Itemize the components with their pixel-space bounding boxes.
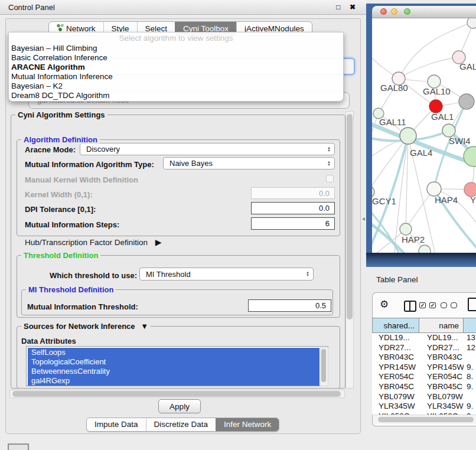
deselect-checkbox-icon[interactable] (441, 302, 447, 308)
spinner-icon: ▲▼ (327, 161, 331, 167)
table-body: YDL19...YDL19...13YDR27...YDR27...12YBR0… (372, 333, 476, 415)
manual-kernel-label: Manual Kernel Width Definition (25, 175, 138, 184)
deselect-checkbox-icon[interactable] (451, 302, 457, 308)
network-node-gal4[interactable] (400, 128, 416, 144)
algorithm-option[interactable]: Basic Correlation Inference (9, 53, 343, 63)
network-node-hap2[interactable] (400, 223, 412, 235)
close-icon[interactable]: ✖ (350, 3, 359, 11)
close-traffic-light[interactable] (380, 8, 387, 15)
select-all-checkbox-icon[interactable]: ✓ (429, 302, 436, 308)
mi-steps-input[interactable]: 6 (251, 217, 335, 230)
tab-label: Discretize Data (154, 420, 208, 429)
panel-divider-grip[interactable] (362, 217, 365, 221)
table-cell: YBL079W (372, 392, 419, 402)
aracne-mode-combo[interactable]: Discovery ▲▼ (80, 143, 335, 155)
manual-kernel-checkbox[interactable] (326, 175, 334, 182)
table-cell: 9. (464, 382, 476, 392)
tab-infer-network[interactable]: Infer Network (216, 418, 279, 431)
mi-threshold-value: 0.5 (315, 301, 326, 310)
network-node[interactable] (459, 94, 474, 109)
mi-threshold-input[interactable]: 0.5 (248, 299, 331, 312)
network-node[interactable] (467, 18, 476, 28)
aracne-mode-label: Aracne Mode: (25, 145, 76, 154)
float-window-icon[interactable]: □ (336, 3, 344, 11)
kernel-width-input[interactable]: 0.0 (251, 187, 335, 199)
table-cell: YBR043C (419, 353, 464, 363)
algorithm-option[interactable]: ARACNE Algorithm (9, 63, 343, 72)
settings-vertical-scrollbar[interactable] (345, 111, 354, 389)
table-row[interactable]: YDL19...YDL19...13 (372, 333, 476, 343)
spinner-icon: ▲▼ (327, 146, 331, 152)
network-node-label: GAL11 (379, 117, 406, 127)
attributes-scrollbar[interactable] (320, 347, 328, 386)
data-attribute-item[interactable]: gal4RGexp (28, 376, 319, 386)
data-attribute-item[interactable]: BetweennessCentrality (28, 367, 319, 376)
bottom-tab-bar: Impute DataDiscretize DataInfer Network (86, 418, 279, 432)
which-threshold-value: MI Threshold (146, 270, 191, 279)
tab-discretize-data[interactable]: Discretize Data (146, 418, 216, 431)
table-cell (464, 392, 476, 402)
tab-impute-data[interactable]: Impute Data (87, 418, 146, 431)
network-node-label: GAL (459, 61, 476, 71)
table-row[interactable]: YBL079WYBL079W (372, 392, 476, 402)
network-node[interactable] (419, 245, 431, 253)
table-row[interactable]: YDR27...YDR27...12 (372, 343, 476, 353)
network-node[interactable] (464, 146, 476, 167)
gear-icon[interactable]: ⚙ (380, 298, 389, 311)
data-attribute-item[interactable]: TopologicalCoefficient (28, 357, 319, 367)
table-horizontal-scrollbar[interactable] (373, 415, 476, 424)
network-edge[interactable] (372, 136, 408, 191)
network-node-gal1[interactable] (429, 100, 442, 113)
algorithm-option[interactable]: Mutual Information Inference (9, 72, 343, 81)
table-cell: YDL19... (419, 333, 464, 343)
dropdown-prompt: Select algorithm to view settings (9, 32, 343, 44)
zoom-traffic-light[interactable] (404, 8, 410, 15)
sources-title[interactable]: Sources for Network Inference ▼ (21, 322, 151, 331)
select-all-checkbox-icon[interactable]: ✓ (419, 302, 426, 308)
tab-label: Infer Network (224, 420, 271, 429)
control-panel-titlebar: Control Panel □ ✖ (0, 0, 366, 15)
algorithm-option[interactable]: Dream8 DC_TDC Algorithm (9, 91, 343, 100)
network-edge[interactable] (399, 57, 459, 79)
column-header[interactable]: name (419, 318, 464, 333)
network-node-label: SWI4 (449, 136, 471, 146)
algorithm-option[interactable]: Bayesian – Hill Climbing (9, 44, 343, 53)
table-row[interactable]: YER054CYER054C8. (372, 372, 476, 382)
columns-icon[interactable] (404, 301, 416, 312)
table-row[interactable]: YPR145WYPR145W9. (372, 363, 476, 373)
network-node-label: GAL4 (410, 148, 432, 158)
table-row[interactable]: YBR043CYBR043C (372, 353, 476, 363)
apply-button[interactable]: Apply (158, 399, 201, 413)
table-cell: 9. (464, 363, 476, 373)
hub-section-toggle[interactable]: Hub/Transcription Factor Definition ▶ (25, 237, 162, 247)
network-node-label: HAP2 (402, 234, 425, 244)
collapsed-arrow-icon: ▶ (155, 237, 162, 247)
column-header[interactable]: shared... (372, 318, 419, 333)
table-cell: YLR345W (372, 402, 419, 412)
network-node-label: HAP4 (435, 195, 458, 205)
network-node-swi4[interactable] (442, 124, 455, 137)
collapsed-panel-box[interactable] (8, 444, 29, 450)
network-canvas[interactable]: GALGAL80GAL10GAL1GAL11GAL4SWI4GCY1HAP4YH… (372, 18, 476, 253)
data-attribute-item[interactable]: SelfLoops (28, 348, 319, 357)
network-node-hap4[interactable] (427, 182, 441, 196)
network-window-titlebar[interactable] (372, 6, 476, 18)
mi-type-combo[interactable]: Naive Bayes ▲▼ (163, 157, 335, 169)
new-table-icon[interactable] (468, 298, 476, 311)
table-cell: YDR27... (419, 343, 464, 353)
network-graph[interactable]: GALGAL80GAL10GAL1GAL11GAL4SWI4GCY1HAP4YH… (372, 18, 476, 253)
which-threshold-combo[interactable]: MI Threshold ▲▼ (139, 268, 314, 281)
column-header[interactable]: A (464, 318, 476, 333)
network-node-label: Y (470, 195, 476, 205)
table-cell: 9. (464, 402, 476, 412)
hub-section-label: Hub/Transcription Factor Definition (25, 238, 148, 247)
table-row[interactable]: YLR345WYLR345W9. (372, 402, 476, 412)
table-row[interactable]: YBR045CYBR045C9. (372, 382, 476, 392)
algorithm-option[interactable]: Bayesian – K2 (9, 81, 343, 91)
algorithm-dropdown: Select algorithm to view settings Bayesi… (8, 32, 344, 102)
settings-horizontal-scrollbar[interactable] (9, 390, 345, 398)
dpi-tolerance-value: 0.0 (319, 204, 330, 213)
minimize-traffic-light[interactable] (391, 8, 397, 15)
dpi-tolerance-input[interactable]: 0.0 (251, 202, 335, 214)
table-cell: 8. (464, 372, 476, 382)
